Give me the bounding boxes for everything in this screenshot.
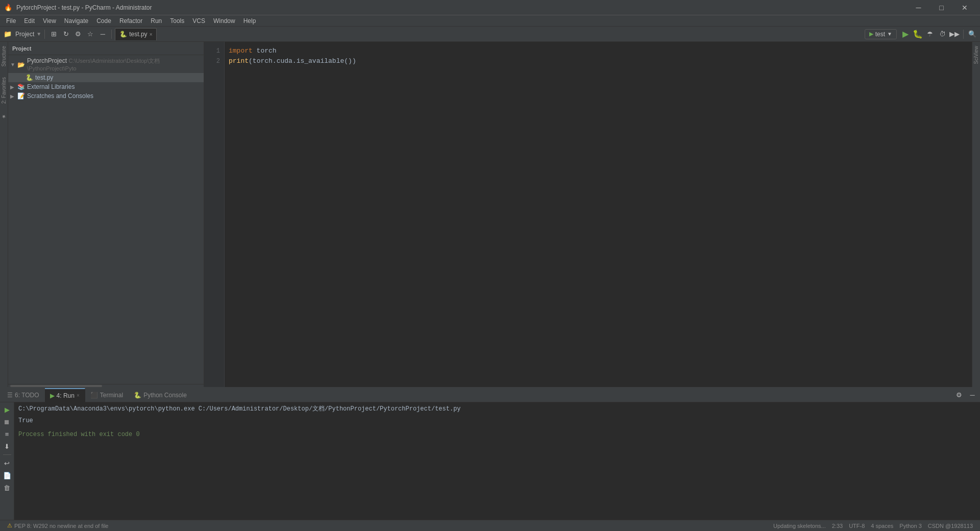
menu-help[interactable]: Help: [239, 16, 260, 26]
run-output-sidebar: ▶ ⏹ ≡ ⬇ ↩ 📄 🗑: [0, 402, 14, 520]
run-config-arrow: ▼: [887, 31, 892, 37]
coverage-button[interactable]: ☂: [924, 29, 936, 40]
keyword-print: print: [229, 57, 249, 65]
settings-gear-btn[interactable]: ⚙: [72, 29, 84, 40]
dropdown-arrow-icon: ▼: [36, 31, 41, 37]
keyword-import: import: [229, 47, 253, 55]
app-logo-icon: 🔥: [4, 4, 12, 11]
tree-item-external-libraries[interactable]: ▶ 📚 External Libraries: [8, 82, 204, 91]
favorites-label[interactable]: 2: Favorites: [1, 77, 7, 104]
run-console[interactable]: C:\ProgramData\Anaconda3\envs\pytorch\py…: [14, 402, 980, 520]
run-with-coverage-btn[interactable]: ▶▶: [949, 29, 960, 40]
close-button[interactable]: ✕: [953, 0, 976, 15]
warning-icon: ⚠: [7, 522, 12, 529]
status-python[interactable]: Python 3: [896, 520, 924, 532]
clear-btn[interactable]: 🗑: [2, 482, 12, 493]
menu-edit[interactable]: Edit: [20, 16, 39, 26]
status-updating: Updating skeletons...: [770, 520, 829, 532]
console-output-true: True: [18, 416, 976, 426]
structure-label[interactable]: Structure: [1, 46, 7, 67]
sci-view-label[interactable]: SciView: [973, 46, 979, 64]
toolbar: 📁 Project ▼ ⊞ ↻ ⚙ ☆ ─ 🐍 test.py × ▶ test…: [0, 27, 980, 42]
statusbar: ⚠ PEP 8: W292 no newline at end of file …: [0, 520, 980, 531]
menu-window[interactable]: Window: [209, 16, 239, 26]
tab-close-btn[interactable]: ×: [150, 32, 153, 37]
menu-view[interactable]: View: [39, 16, 60, 26]
tree-item-pytorchproject[interactable]: ▼ 📂 PytorchProject C:\Users\Administrato…: [8, 56, 204, 73]
tab-todo[interactable]: ☰ 6: TODO: [2, 388, 45, 402]
toolbar-project-section: 📁 Project ▼: [2, 29, 41, 40]
tab-run[interactable]: ▶ 4: Run ×: [45, 388, 85, 402]
editor-area: 1 2 import torch print(torch.cuda.is_ava…: [204, 42, 972, 387]
soft-wrap-btn[interactable]: ↩: [2, 458, 12, 468]
status-indent[interactable]: 4 spaces: [868, 520, 896, 532]
minimize-button[interactable]: ─: [907, 0, 930, 15]
expand-arrow-icon: ▼: [10, 62, 17, 67]
code-editor[interactable]: 1 2 import torch print(torch.cuda.is_ava…: [204, 42, 972, 387]
run-button[interactable]: ▶: [900, 29, 911, 40]
rerun-btn[interactable]: ▶: [2, 404, 12, 415]
code-content[interactable]: import torch print(torch.cuda.is_availab…: [225, 42, 972, 387]
tree-label-external: External Libraries: [27, 83, 75, 90]
tab-terminal[interactable]: ⬛ Terminal: [85, 388, 129, 402]
menu-vcs[interactable]: VCS: [188, 16, 209, 26]
bottom-tabs-right: ⚙ ─: [953, 390, 978, 401]
statusbar-right: Updating skeletons... 2:33 UTF-8 4 space…: [770, 520, 976, 532]
toolbar-project-dropdown[interactable]: 📁: [2, 29, 13, 40]
menu-tools[interactable]: Tools: [166, 16, 188, 26]
file-tab[interactable]: 🐍 test.py ×: [115, 28, 157, 40]
tree-label-scratches: Scratches and Consoles: [27, 92, 93, 100]
menu-code[interactable]: Code: [92, 16, 115, 26]
tree-item-scratches[interactable]: ▶ 📝 Scratches and Consoles: [8, 91, 204, 101]
menu-run[interactable]: Run: [146, 16, 166, 26]
profile-button[interactable]: ⏱: [937, 29, 948, 40]
line-num-2: 2: [204, 56, 220, 66]
titlebar-controls: ─ □ ✕: [907, 0, 976, 15]
sidebar-tree: ▼ 📂 PytorchProject C:\Users\Administrato…: [8, 55, 204, 384]
maximize-button[interactable]: □: [930, 0, 953, 15]
python-version-text: Python 3: [899, 523, 921, 529]
search-everywhere-btn[interactable]: 🔍: [967, 29, 978, 40]
bookmark-btn[interactable]: ☆: [85, 29, 96, 40]
separator-2: [111, 30, 112, 39]
toolbar-right: ▶ test ▼ ▶ 🐛 ☂ ⏱ ▶▶ 🔍: [865, 29, 978, 40]
layout-icon-btn[interactable]: ⊞: [48, 29, 59, 40]
menubar: File Edit View Navigate Code Refactor Ru…: [0, 15, 980, 27]
run-tab-close-btn[interactable]: ×: [77, 393, 80, 398]
status-encoding[interactable]: UTF-8: [846, 520, 868, 532]
folder-icon: 📁: [4, 30, 12, 38]
code-paren-close: ): [352, 57, 356, 65]
menu-navigate[interactable]: Navigate: [60, 16, 92, 26]
console-command-line: C:\ProgramData\Anaconda3\envs\pytorch\py…: [18, 404, 976, 414]
toolbar-minimize-btn[interactable]: ─: [97, 29, 108, 40]
updating-text: Updating skeletons...: [773, 523, 826, 529]
tree-item-testpy[interactable]: 🐍 test.py: [8, 73, 204, 82]
run-output: ▶ ⏹ ≡ ⬇ ↩ 📄 🗑 C:\ProgramData\Anaconda3\e…: [0, 402, 980, 520]
expand-arrow-scratch: ▶: [10, 93, 17, 99]
scratches-icon: 📝: [17, 92, 25, 100]
bottom-tabs: ☰ 6: TODO ▶ 4: Run × ⬛ Terminal 🐍 Python…: [0, 388, 980, 402]
bookmarks-label[interactable]: ★: [1, 114, 7, 119]
print-btn[interactable]: 📄: [2, 470, 12, 480]
csdn-text: CSDN @1928113: [928, 523, 973, 529]
menu-refactor[interactable]: Refactor: [115, 16, 146, 26]
indent-text: 4 spaces: [871, 523, 893, 529]
sidebar-divider: [3, 454, 11, 455]
tab-python-console[interactable]: 🐍 Python Console: [129, 388, 192, 402]
expand-arrow-ext: ▶: [10, 84, 17, 90]
status-warning[interactable]: ⚠ PEP 8: W292 no newline at end of file: [4, 520, 111, 532]
debug-button[interactable]: 🐛: [912, 29, 923, 40]
code-line-2: print(torch.cuda.is_available()): [229, 56, 968, 66]
scroll-down-btn[interactable]: ⬇: [2, 441, 12, 451]
stop-btn[interactable]: ⏹: [2, 417, 12, 427]
code-paren-open: (: [249, 57, 253, 65]
panel-settings-btn[interactable]: ⚙: [953, 390, 965, 401]
tab-label: test.py: [129, 31, 147, 38]
statusbar-left: ⚠ PEP 8: W292 no newline at end of file: [4, 520, 111, 532]
menu-file[interactable]: File: [2, 16, 20, 26]
panel-minimize-btn[interactable]: ─: [967, 390, 978, 401]
status-line-col[interactable]: 2:33: [829, 520, 846, 532]
sync-btn[interactable]: ↻: [60, 29, 71, 40]
run-config-selector[interactable]: ▶ test ▼: [865, 29, 897, 39]
restore-layout-btn[interactable]: ≡: [2, 429, 12, 439]
